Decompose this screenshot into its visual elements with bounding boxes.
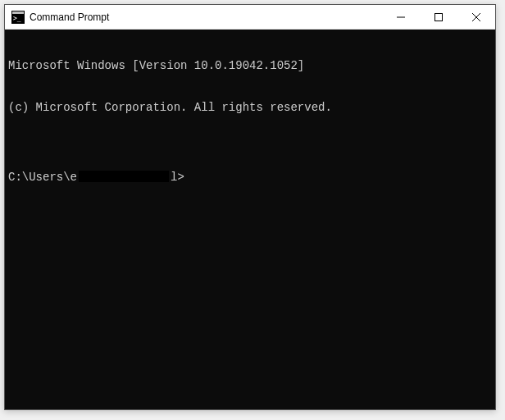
svg-text:>_: >_: [13, 15, 21, 22]
window-title: Command Prompt: [30, 11, 382, 23]
close-button[interactable]: [457, 5, 495, 29]
window-controls: [382, 5, 495, 29]
maximize-button[interactable]: [420, 5, 457, 29]
command-prompt-window: >_ Command Prompt Microsoft Windows [Ver…: [4, 4, 496, 410]
titlebar[interactable]: >_ Command Prompt: [5, 5, 495, 30]
cmd-icon: >_: [11, 11, 25, 24]
redacted-username: [79, 171, 169, 182]
prompt-suffix: l>: [171, 171, 184, 185]
prompt-line: C:\Users\el>: [8, 171, 492, 185]
svg-rect-4: [435, 13, 443, 21]
terminal-area[interactable]: Microsoft Windows [Version 10.0.19042.10…: [5, 30, 495, 409]
version-line: Microsoft Windows [Version 10.0.19042.10…: [8, 59, 492, 73]
svg-rect-1: [12, 11, 24, 14]
minimize-button[interactable]: [382, 5, 420, 29]
prompt-prefix: C:\Users\e: [8, 171, 77, 185]
copyright-line: (c) Microsoft Corporation. All rights re…: [8, 101, 492, 115]
